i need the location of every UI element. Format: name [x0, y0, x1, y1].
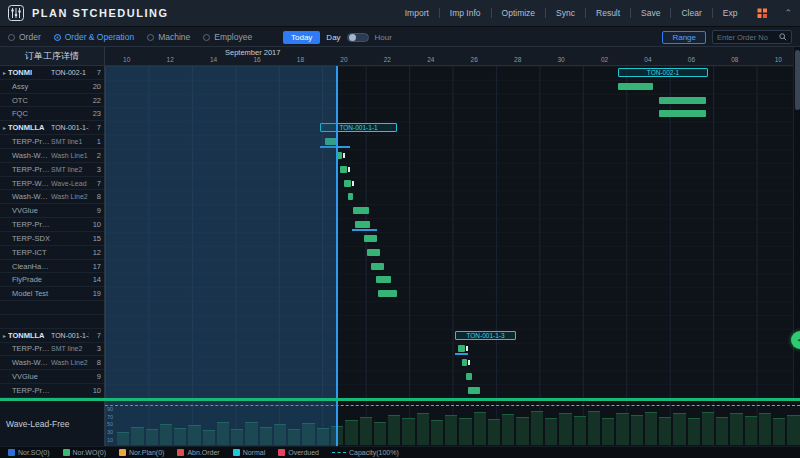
task-bar[interactable]: [348, 193, 353, 200]
operation-row[interactable]: VVGlue9: [0, 204, 104, 218]
operation-name: FQC: [3, 109, 51, 118]
baseline-bar: [320, 146, 350, 148]
expand-arrow-icon[interactable]: ▸: [3, 124, 6, 131]
task-bar[interactable]: [336, 152, 342, 159]
task-bar[interactable]: [462, 359, 467, 366]
task-bar[interactable]: [367, 249, 380, 256]
top-bar: PLAN STCHEDULING ImportImp InfoOptimizeS…: [0, 0, 800, 27]
menu-item-clear[interactable]: Clear: [670, 8, 711, 18]
operation-row[interactable]: TERP-PressFi10: [0, 218, 104, 232]
group-row[interactable]: ▸TONMLLATON-001-1-37: [0, 329, 104, 343]
panel-resize-divider[interactable]: [0, 398, 800, 401]
search-icon[interactable]: [779, 33, 787, 41]
operation-row[interactable]: TERP-WaveWave-Lead7: [0, 177, 104, 191]
sequence-number: 9: [89, 206, 101, 215]
view-option-employee[interactable]: Employee: [203, 32, 252, 42]
menu-item-sync[interactable]: Sync: [545, 8, 585, 18]
operation-row[interactable]: TERP-PrintBoSMT line11: [0, 135, 104, 149]
operation-row[interactable]: Wash-Wash bWash Line12: [0, 149, 104, 163]
expand-arrow-icon[interactable]: ▸: [3, 332, 6, 339]
view-option-machine[interactable]: Machine: [147, 32, 190, 42]
task-bar[interactable]: [376, 276, 391, 283]
sequence-number: 14: [89, 275, 101, 284]
task-bar[interactable]: [340, 166, 347, 173]
capacity-bar: [217, 422, 229, 445]
capacity-bar: [745, 416, 757, 445]
task-bar[interactable]: [659, 97, 706, 104]
task-bar[interactable]: [468, 387, 480, 394]
operation-row[interactable]: Model Test19: [0, 287, 104, 301]
sequence-number: 1: [89, 137, 101, 146]
operation-row[interactable]: Wash-Wash bWash Line28: [0, 356, 104, 370]
task-bar[interactable]: [618, 83, 653, 90]
capacity-bar: [231, 429, 243, 445]
operation-row[interactable]: TERP-SDX15: [0, 232, 104, 246]
group-row[interactable]: ▸TONMlTON-002-17: [0, 66, 104, 80]
task-bar[interactable]: [353, 207, 369, 214]
task-bar[interactable]: [371, 263, 384, 270]
hour-scale-label[interactable]: Hour: [375, 33, 392, 42]
machine-name: Wash Line2: [51, 359, 89, 366]
operation-name: TERP-PressFi: [3, 386, 51, 395]
view-option-order-operation[interactable]: Order & Operation: [54, 32, 134, 42]
day-tick-label: 10: [105, 55, 148, 65]
gantt-rows: TON-002-1TON-001-1-1TON-001-1-3: [105, 66, 800, 398]
operation-row[interactable]: TERP-PrintToSMT line23: [0, 343, 104, 357]
menu-item-imp-info[interactable]: Imp Info: [439, 8, 491, 18]
task-bar[interactable]: [458, 345, 465, 352]
group-row[interactable]: ▸TONMLLATON-001-1-17: [0, 121, 104, 135]
day-scale-label[interactable]: Day: [326, 33, 340, 42]
collapse-chevron-icon[interactable]: ⌃: [784, 8, 792, 18]
summary-bar[interactable]: TON-001-1-1: [320, 123, 397, 132]
radio-icon: [8, 34, 15, 41]
day-tick-label: 28: [496, 55, 539, 65]
summary-bar[interactable]: TON-001-1-3: [455, 331, 516, 340]
task-bar[interactable]: [466, 373, 472, 380]
operation-row[interactable]: Assy20: [0, 80, 104, 94]
sequence-number: 15: [89, 234, 101, 243]
milestone-tick: [348, 167, 350, 172]
menu-item-result[interactable]: Result: [585, 8, 630, 18]
view-option-order[interactable]: Order: [8, 32, 41, 42]
operation-row[interactable]: VVGlue9: [0, 370, 104, 384]
capacity-bar: [445, 415, 457, 445]
menu-item-exp[interactable]: Exp: [712, 8, 748, 18]
operation-row[interactable]: OTC22: [0, 94, 104, 108]
capacity-bars: [117, 406, 800, 445]
apps-grid-icon[interactable]: [757, 8, 768, 19]
operation-row[interactable]: FQC23: [0, 107, 104, 121]
scrollbar-thumb[interactable]: [795, 50, 800, 110]
task-bar[interactable]: [344, 180, 351, 187]
sequence-number: 17: [89, 262, 101, 271]
summary-bar[interactable]: TON-002-1: [618, 68, 708, 77]
color-swatch: [63, 449, 70, 456]
operation-row[interactable]: FlyPrade14: [0, 273, 104, 287]
operation-row[interactable]: CleanHandSol17: [0, 260, 104, 274]
menu-item-optimize[interactable]: Optimize: [491, 8, 546, 18]
order-name: TONMl: [8, 68, 51, 77]
menu-item-import[interactable]: Import: [395, 8, 439, 18]
expand-arrow-icon[interactable]: ▸: [3, 69, 6, 76]
operation-row[interactable]: TERP-PrintToSMT line23: [0, 163, 104, 177]
operation-row[interactable]: TERP-PressFi10: [0, 384, 104, 398]
range-button[interactable]: Range: [662, 31, 706, 44]
task-bar[interactable]: [325, 138, 338, 145]
task-bar[interactable]: [378, 290, 397, 297]
day-hour-toggle[interactable]: [347, 33, 369, 42]
order-search-input[interactable]: [717, 33, 779, 42]
operation-row[interactable]: TERP-ICT12: [0, 246, 104, 260]
time-scale-controls: Today Day Hour: [283, 27, 392, 47]
plan-scheduling-app: PLAN STCHEDULING ImportImp InfoOptimizeS…: [0, 0, 800, 458]
capacity-bar: [459, 418, 471, 445]
menu-item-save[interactable]: Save: [630, 8, 670, 18]
capacity-axis-label: 10: [107, 438, 113, 444]
today-button[interactable]: Today: [283, 31, 320, 44]
operation-name: CleanHandSol: [3, 262, 51, 271]
sequence-number: 20: [89, 82, 101, 91]
task-bar[interactable]: [659, 110, 706, 117]
operation-row[interactable]: Wash-Wash bWash Line28: [0, 190, 104, 204]
legend-label: Overdued: [288, 449, 319, 456]
sequence-number: 23: [89, 109, 101, 118]
task-bar[interactable]: [364, 235, 377, 242]
task-bar[interactable]: [355, 221, 370, 228]
